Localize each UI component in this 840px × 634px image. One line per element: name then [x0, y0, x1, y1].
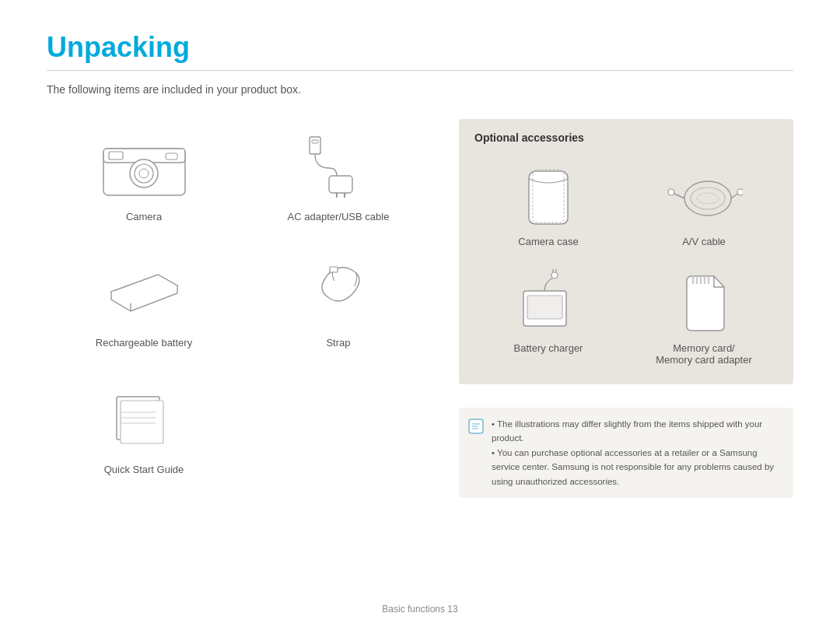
- rechargeable-battery-icon: [100, 261, 189, 323]
- page-subtitle: The following items are included in your…: [47, 83, 793, 96]
- opt-camera-case: Camera case: [474, 155, 622, 254]
- strap-icon: [294, 259, 383, 325]
- included-items-grid: Camera: [47, 119, 436, 498]
- item-camera: Camera: [47, 119, 241, 245]
- note-1: The illustrations may differ slightly fr…: [492, 417, 784, 446]
- battery-label: Rechargeable battery: [96, 337, 192, 349]
- page-content: Unpacking The following items are includ…: [0, 0, 840, 521]
- svg-rect-7: [310, 137, 320, 154]
- item-ac-adapter: AC adapter/USB cable: [241, 119, 436, 245]
- svg-line-21: [673, 193, 684, 198]
- notes-text: The illustrations may differ slightly fr…: [492, 417, 784, 489]
- content-area: Camera: [47, 119, 793, 498]
- camera-icon-wrap: [97, 127, 191, 205]
- battery-charger-icon-wrap: [506, 268, 591, 338]
- svg-point-24: [737, 189, 743, 195]
- guide-icon-wrap: [97, 380, 191, 457]
- svg-point-18: [684, 181, 731, 215]
- memory-card-icon-wrap: [661, 268, 747, 338]
- item-strap: Strap: [241, 245, 436, 371]
- note-2: You can purchase optional accessories at…: [492, 446, 784, 489]
- opt-memory-card: Memory card/Memory card adapter: [630, 261, 778, 372]
- page-footer: Basic functions 13: [0, 604, 840, 615]
- camera-case-icon-wrap: [506, 161, 591, 231]
- svg-point-5: [139, 169, 149, 178]
- strap-label: Strap: [326, 337, 350, 349]
- ac-adapter-icon-wrap: [292, 127, 385, 205]
- item-battery: Rechargeable battery: [47, 245, 241, 371]
- svg-rect-6: [166, 153, 177, 159]
- memory-card-label: Memory card/Memory card adapter: [656, 342, 752, 366]
- camera-case-label: Camera case: [518, 236, 578, 247]
- svg-rect-9: [329, 176, 352, 193]
- camera-icon: [100, 133, 189, 199]
- memory-card-icon: [671, 270, 737, 336]
- camera-case-icon: [517, 163, 579, 229]
- battery-icon-wrap: [97, 253, 191, 331]
- svg-rect-14: [121, 401, 163, 443]
- svg-rect-26: [527, 296, 562, 319]
- notes-section: The illustrations may differ slightly fr…: [459, 408, 793, 498]
- svg-rect-8: [312, 140, 318, 143]
- item-empty: [241, 372, 436, 498]
- svg-rect-2: [109, 152, 123, 159]
- page-title: Unpacking: [47, 31, 793, 64]
- svg-point-27: [551, 272, 558, 278]
- battery-charger-icon: [512, 268, 586, 338]
- title-divider: [47, 70, 793, 71]
- ac-adapter-label: AC adapter/USB cable: [288, 211, 390, 222]
- note-icon: [468, 419, 484, 434]
- battery-charger-label: Battery charger: [514, 342, 583, 354]
- av-cable-icon: [665, 163, 743, 229]
- strap-icon-wrap: [292, 253, 385, 331]
- quick-start-guide-icon: [109, 385, 179, 451]
- svg-point-22: [668, 189, 674, 195]
- optional-accessories-box: Optional accessories: [459, 119, 793, 384]
- opt-av-cable: A/V cable: [630, 155, 778, 254]
- av-cable-icon-wrap: [661, 161, 747, 231]
- guide-label: Quick Start Guide: [104, 464, 184, 475]
- optional-title: Optional accessories: [474, 131, 778, 144]
- svg-rect-12: [330, 267, 338, 272]
- item-guide: Quick Start Guide: [47, 372, 241, 498]
- svg-point-20: [697, 193, 719, 204]
- optional-grid: Camera case: [474, 155, 778, 372]
- ac-adapter-icon: [294, 133, 383, 199]
- svg-point-19: [691, 187, 725, 209]
- av-cable-label: A/V cable: [682, 236, 726, 247]
- opt-battery-charger: Battery charger: [474, 261, 622, 372]
- camera-label: Camera: [126, 211, 162, 222]
